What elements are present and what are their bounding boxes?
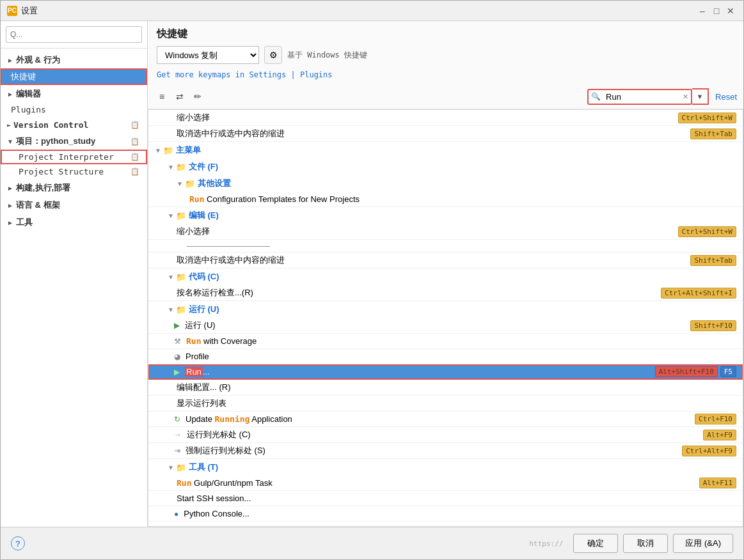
table-row[interactable]: ◕ Profile: [148, 349, 743, 364]
sidebar-item-tools[interactable]: ► 工具: [1, 214, 147, 231]
key-badge-altshiftf10: Alt+Shift+F10: [655, 366, 718, 377]
table-row[interactable]: ⇥ 强制运行到光标处 (S) Ctrl+Alt+F9: [148, 443, 743, 459]
http-hint: https://: [529, 540, 563, 548]
section-header-code[interactable]: ▼ 📁 代码 (C): [148, 268, 743, 285]
table-row[interactable]: Run setup.py Task...: [148, 522, 743, 527]
table-row[interactable]: Run Configuration Templates for New Proj…: [148, 192, 743, 207]
play-icon-selected: ▶: [174, 368, 180, 377]
table-row[interactable]: ▶ 运行 (U) Shift+F10: [148, 318, 743, 334]
keymap-dropdown[interactable]: Windows 复制: [157, 46, 259, 64]
shortcut-keys: Ctrl+Shift+W: [678, 113, 736, 123]
shortcut-label: Update Running Application: [183, 414, 695, 424]
sidebar-search-input[interactable]: [6, 26, 142, 43]
folder-icon-edit: 📁: [176, 211, 186, 221]
table-row[interactable]: 取消选中行或选中内容的缩进 Shift+Tab: [148, 126, 743, 142]
section-header-run[interactable]: ▼ 📁 运行 (U): [148, 301, 743, 318]
apply-button[interactable]: 应用 (&A): [673, 534, 733, 553]
table-row[interactable]: Run Gulp/Grunt/npm Task Alt+F11: [148, 476, 743, 491]
key-badge: Ctrl+Shift+W: [678, 226, 736, 237]
search-clear-button[interactable]: ✕: [680, 93, 691, 101]
main-header: 快捷键 Windows 复制 ⚙ 基于 Windows 快捷键 Get more…: [148, 21, 743, 84]
maximize-button[interactable]: □: [710, 4, 723, 17]
sidebar-label-project-interpreter: Project Interpreter: [19, 152, 114, 162]
folder-icon-run: 📁: [176, 305, 186, 315]
section-title-other: 其他设置: [198, 178, 231, 189]
chevron-down-icon-edit: ▼: [168, 212, 174, 219]
get-more-keymaps-link[interactable]: Get more keymaps in Settings | Plugins: [157, 70, 333, 79]
folder-icon-file: 📁: [176, 162, 186, 172]
ok-button[interactable]: 确定: [573, 534, 618, 553]
run-text-highlight: Run: [177, 478, 191, 488]
list-flat-button[interactable]: ≡: [154, 89, 170, 104]
section-title-run: 运行 (U): [189, 304, 219, 315]
chevron-right-icon-lang: ►: [7, 202, 13, 209]
separator-row: ——————————: [148, 240, 743, 253]
section-header-main-menu[interactable]: ▼ 📁 主菜单: [148, 142, 743, 159]
chevron-down-icon-file: ▼: [168, 164, 174, 171]
shortcut-search-input[interactable]: [603, 90, 680, 104]
help-button[interactable]: ?: [11, 536, 25, 550]
table-row[interactable]: ↻ Update Running Application Ctrl+F10: [148, 412, 743, 427]
sidebar-label-shortcuts: 快捷键: [11, 71, 36, 82]
cancel-button[interactable]: 取消: [623, 534, 668, 553]
table-row[interactable]: 缩小选择 Ctrl+Shift+W: [148, 224, 743, 240]
table-row-run-selected[interactable]: ▶ Run... Alt+Shift+F10 F5: [148, 364, 743, 380]
section-header-file[interactable]: ▼ 📁 文件 (F): [148, 159, 743, 175]
settings-window: PC 设置 – □ ✕ ► 外观 & 行为 快捷键: [0, 0, 744, 560]
table-row[interactable]: ● Python Console...: [148, 506, 743, 522]
chevron-down-icon: ▼: [155, 147, 161, 154]
search-history-button[interactable]: ▼: [692, 88, 709, 105]
title-bar: PC 设置 – □ ✕: [1, 1, 743, 21]
table-row[interactable]: 按名称运行检查...(R) Ctrl+Alt+Shift+I: [148, 285, 743, 301]
sidebar-label-project: 项目：python_study: [16, 136, 95, 147]
keymap-gear-button[interactable]: ⚙: [264, 46, 282, 64]
section-header-other[interactable]: ▼ 📁 其他设置: [148, 175, 743, 192]
sidebar-item-project-interpreter[interactable]: Project Interpreter 📋: [1, 150, 147, 164]
table-row[interactable]: 显示运行列表: [148, 396, 743, 412]
chevron-down-icon-project: ▼: [7, 138, 13, 145]
sidebar-label-build: 构建,执行,部署: [16, 182, 70, 194]
folder-icon-other: 📁: [185, 179, 195, 189]
key-badge-f5: F5: [720, 366, 736, 377]
sidebar-item-plugins[interactable]: Plugins: [1, 102, 147, 117]
main-content: 快捷键 Windows 复制 ⚙ 基于 Windows 快捷键 Get more…: [148, 21, 743, 527]
chevron-right-icon-tools: ►: [7, 219, 13, 226]
table-row[interactable]: Start SSH session...: [148, 491, 743, 506]
section-header-edit[interactable]: ▼ 📁 编辑 (E): [148, 207, 743, 224]
sidebar-item-project[interactable]: ▼ 项目：python_study 📋: [1, 132, 147, 150]
shortcut-label: 显示运行列表: [174, 398, 736, 409]
sidebar-item-build[interactable]: ► 构建,执行,部署: [1, 179, 147, 196]
section-header-tools[interactable]: ▼ 📁 工具 (T): [148, 459, 743, 476]
bottom-bar: ? https:// 确定 取消 应用 (&A): [1, 527, 743, 559]
key-badge: Shift+Tab: [690, 128, 736, 139]
table-row[interactable]: 编辑配置... (R): [148, 380, 743, 396]
sidebar-label-tools: 工具: [16, 217, 33, 228]
sidebar: ► 外观 & 行为 快捷键 ► 编辑器 Plugins ►: [1, 21, 148, 527]
chevron-down-icon-tools: ▼: [168, 464, 174, 471]
close-button[interactable]: ✕: [724, 4, 737, 17]
run-text-highlight: Run: [189, 194, 204, 204]
sidebar-item-shortcuts[interactable]: 快捷键: [1, 68, 147, 85]
shortcut-label: Run Configuration Templates for New Proj…: [187, 194, 736, 204]
table-row[interactable]: 缩小选择 Ctrl+Shift+W: [148, 110, 743, 126]
list-tree-button[interactable]: ⇄: [172, 89, 187, 104]
shortcut-label: Run with Coverage: [184, 336, 736, 346]
sidebar-item-editor[interactable]: ► 编辑器: [1, 85, 147, 102]
sidebar-item-project-structure[interactable]: Project Structure 📋: [1, 164, 147, 179]
table-row[interactable]: → 运行到光标处 (C) Alt+F9: [148, 427, 743, 443]
edit-button[interactable]: ✏: [190, 89, 205, 104]
sidebar-item-appearance[interactable]: ► 外观 & 行为: [1, 51, 147, 68]
key-badge: Ctrl+Shift+W: [678, 113, 736, 123]
table-row[interactable]: 取消选中行或选中内容的缩进 Shift+Tab: [148, 253, 743, 268]
sidebar-item-lang[interactable]: ► 语言 & 框架: [1, 196, 147, 214]
run-text-highlight: Running: [215, 414, 250, 424]
sidebar-item-version-control[interactable]: ► Version Control 📋: [1, 117, 147, 132]
reset-button[interactable]: Reset: [715, 92, 737, 102]
shortcut-label: 按名称运行检查...(R): [174, 287, 661, 299]
table-row[interactable]: ⚒ Run with Coverage: [148, 334, 743, 349]
shortcut-keys: Shift+F10: [690, 320, 736, 331]
sidebar-label-editor: 编辑器: [16, 88, 41, 100]
shortcuts-toolbar: ≡ ⇄ ✏ 🔍 ✕ ▼ Reset: [148, 84, 743, 109]
shortcut-label: 运行到光标处 (C): [184, 429, 703, 440]
minimize-button[interactable]: –: [696, 4, 709, 17]
